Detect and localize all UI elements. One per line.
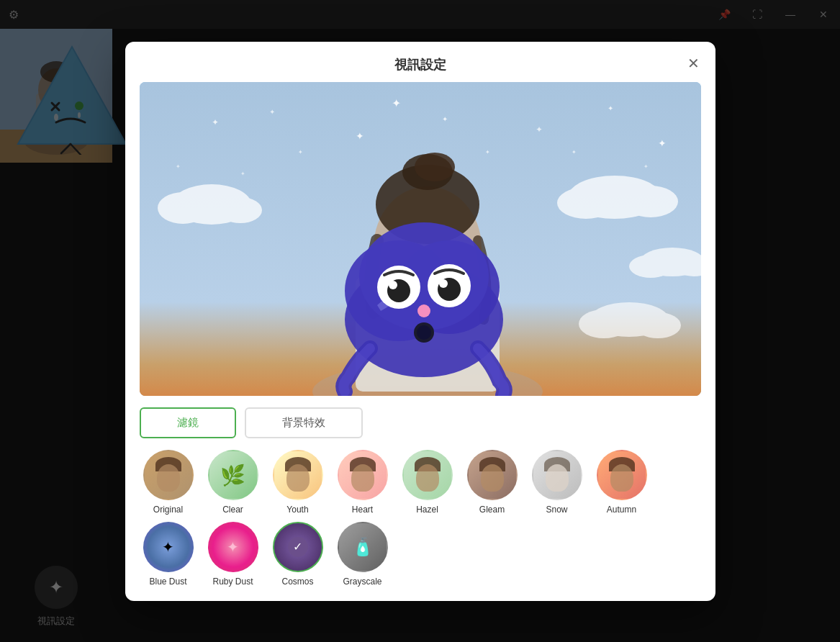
svg-point-62	[417, 325, 431, 340]
filter-thumb-original	[143, 450, 194, 500]
filter-item-snow[interactable]: Snow	[528, 450, 586, 515]
filter-thumb-grayscale: 🧴	[338, 522, 388, 572]
svg-point-34	[623, 186, 678, 217]
filter-thumb-youth	[273, 450, 323, 500]
filter-item-grayscale[interactable]: 🧴 Grayscale	[334, 522, 392, 587]
svg-point-39	[579, 309, 629, 338]
filter-label-original: Original	[153, 505, 183, 515]
filter-thumb-bluedust: ✦	[143, 522, 194, 572]
filter-item-youth[interactable]: Youth	[269, 450, 327, 515]
filter-grid: Original 🌿 Clear Youth	[125, 450, 715, 601]
svg-point-55	[389, 281, 397, 289]
filter-label-youth: Youth	[286, 505, 308, 515]
filter-item-cosmos[interactable]: ✓ Cosmos	[269, 522, 327, 587]
svg-point-60	[417, 304, 430, 317]
modal-overlay: 視訊設定 ✕	[0, 0, 840, 642]
svg-point-30	[158, 192, 208, 224]
svg-text:✦: ✦	[643, 163, 649, 170]
filter-thumb-rubydust: ✦	[208, 522, 258, 572]
modal-close-button[interactable]: ✕	[684, 53, 704, 73]
svg-text:✦: ✦	[176, 163, 181, 170]
filter-item-bluedust[interactable]: ✦ Blue Dust	[140, 522, 197, 587]
svg-text:✦: ✦	[608, 104, 613, 112]
modal-header: 視訊設定 ✕	[125, 42, 715, 82]
background-tab[interactable]: 背景特效	[245, 407, 363, 438]
video-background: ✦ ✦ ✦ ✦ ✦ ✦ ✦ ✦ ✦ ✦ ✦ ✦ ✦ ✦	[140, 82, 701, 396]
bottles-icon: 🧴	[352, 537, 374, 557]
filter-tab[interactable]: 濾鏡	[140, 407, 236, 438]
tab-bar: 濾鏡 背景特效	[125, 407, 715, 450]
filter-label-cosmos: Cosmos	[281, 577, 313, 587]
filter-label-hazel: Hazel	[416, 505, 438, 515]
filter-item-heart[interactable]: Heart	[334, 450, 392, 515]
filter-thumb-cosmos: ✓	[273, 522, 323, 572]
filter-label-snow: Snow	[546, 505, 567, 515]
svg-text:✦: ✦	[442, 115, 448, 123]
filter-item-autumn[interactable]: Autumn	[593, 450, 651, 515]
svg-text:✦: ✦	[269, 108, 275, 116]
filter-thumb-clear: 🌿	[208, 450, 258, 500]
filter-item-hazel[interactable]: Hazel	[399, 450, 456, 515]
filter-thumb-heart	[338, 450, 388, 500]
svg-text:✦: ✦	[485, 149, 490, 155]
svg-text:✦: ✦	[356, 130, 364, 142]
selected-check-icon: ✓	[288, 537, 308, 557]
filter-thumb-hazel	[402, 450, 453, 500]
svg-text:✦: ✦	[572, 149, 577, 155]
svg-point-33	[557, 187, 615, 219]
svg-text:✦: ✦	[392, 97, 401, 109]
filter-item-rubydust[interactable]: ✦ Ruby Dust	[204, 522, 262, 587]
svg-text:✦: ✦	[240, 171, 245, 177]
filter-label-heart: Heart	[352, 505, 373, 515]
filter-thumb-gleam	[467, 450, 518, 500]
filter-item-clear[interactable]: 🌿 Clear	[204, 450, 262, 515]
svg-point-36	[629, 255, 672, 278]
svg-text:✦: ✦	[536, 125, 543, 135]
svg-text:✦: ✦	[658, 137, 667, 149]
filter-thumb-snow	[532, 450, 582, 500]
svg-point-47	[415, 153, 455, 181]
svg-text:✦: ✦	[298, 149, 303, 155]
filter-label-bluedust: Blue Dust	[149, 577, 186, 587]
filter-label-clear: Clear	[222, 505, 243, 515]
svg-point-31	[219, 197, 262, 223]
filter-item-gleam[interactable]: Gleam	[464, 450, 521, 515]
filter-label-rubydust: Ruby Dust	[212, 577, 253, 587]
svg-point-59	[439, 279, 448, 288]
filter-item-original[interactable]: Original	[140, 450, 197, 515]
filter-label-autumn: Autumn	[607, 505, 636, 515]
video-preview: ✦ ✦ ✦ ✦ ✦ ✦ ✦ ✦ ✦ ✦ ✦ ✦ ✦ ✦	[140, 82, 701, 396]
svg-text:✦: ✦	[212, 117, 219, 127]
filter-label-gleam: Gleam	[479, 505, 505, 515]
plant-icon: 🌿	[220, 463, 245, 487]
filter-thumb-autumn	[597, 450, 647, 500]
svg-point-40	[635, 312, 681, 338]
modal-title: 視訊設定	[394, 58, 446, 72]
filter-label-grayscale: Grayscale	[343, 577, 381, 587]
settings-modal: 視訊設定 ✕	[125, 42, 715, 601]
